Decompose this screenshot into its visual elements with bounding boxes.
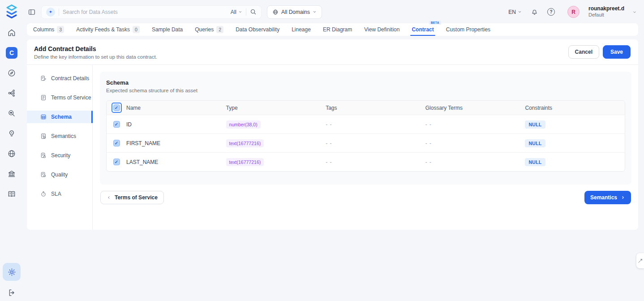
insights-icon[interactable]	[6, 128, 17, 139]
trend-icon	[638, 258, 643, 263]
nav-item-label: Security	[51, 152, 70, 159]
chevron-down-icon	[518, 10, 522, 14]
nav-item-quality[interactable]: Quality	[27, 168, 92, 181]
column-header-glossary-terms: Glossary Terms	[425, 105, 525, 111]
tab-activity-feeds-tasks[interactable]: Activity Feeds & Tasks 0	[76, 23, 140, 36]
cell-name: ID	[126, 121, 226, 128]
nav-item-sla[interactable]: SLA	[27, 188, 92, 200]
row-checkbox[interactable]: ✓	[113, 140, 120, 146]
nav-item-schema[interactable]: Schema	[27, 111, 92, 123]
document-edit-icon	[40, 75, 47, 82]
select-all-focus-ring: ✓	[112, 103, 122, 113]
tab-label: ER Diagram	[323, 26, 352, 33]
tab-sample-data[interactable]: Sample Data	[152, 23, 183, 36]
beta-badge: BETA	[429, 21, 441, 25]
table-row: ✓ ID number(38,0) - - - - NULL	[107, 115, 625, 133]
section-subtitle: Expected schema structure of this asset	[106, 88, 625, 93]
cancel-button[interactable]: Cancel	[568, 45, 599, 59]
tab-count-badge: 2	[216, 26, 223, 33]
user-name: rounakpreet.d	[588, 5, 624, 12]
tab-custom-properties[interactable]: Custom Properties	[446, 23, 490, 36]
nav-item-security[interactable]: Security	[27, 149, 92, 162]
cell-name: LAST_NAME	[126, 159, 226, 165]
nav-item-label: Quality	[51, 172, 68, 178]
table-grid-icon	[40, 114, 47, 120]
search-scope-dropdown[interactable]: All	[231, 9, 242, 15]
user-menu-chevron-icon[interactable]	[632, 10, 637, 14]
page-subtitle: Define the key information to set up thi…	[34, 54, 568, 60]
tab-label: Lineage	[292, 26, 311, 33]
network-icon[interactable]	[6, 87, 17, 99]
contracts-app-icon[interactable]: C	[6, 47, 17, 59]
asset-tab-bar: Columns 3 Activity Feeds & Tasks 0 Sampl…	[27, 23, 638, 36]
constraint-chip: NULL	[525, 158, 545, 166]
select-all-checkbox[interactable]: ✓	[113, 104, 120, 111]
row-checkbox[interactable]: ✓	[113, 159, 120, 165]
nav-item-label: Contract Details	[51, 75, 89, 82]
cell-tags: - -	[326, 121, 332, 128]
column-header-constraints: Constraints	[525, 105, 625, 111]
divider	[246, 9, 246, 16]
search-icon[interactable]	[250, 9, 257, 15]
user-menu[interactable]: rounakpreet.d Default	[588, 5, 624, 18]
section-title: Schema	[106, 79, 625, 86]
sidebar-toggle-icon[interactable]	[28, 8, 36, 16]
tab-label: Data Observability	[236, 26, 279, 33]
constraint-chip: NULL	[525, 139, 545, 147]
tab-lineage[interactable]: Lineage	[292, 23, 311, 36]
all-domains-label: All Domains	[281, 9, 310, 15]
prev-step-button[interactable]: Terms of Service	[100, 191, 164, 204]
top-bar: ✦ All All Domains EN ? R rounakpreet.d D…	[23, 0, 644, 24]
tab-queries[interactable]: Queries 2	[195, 23, 223, 36]
divider	[59, 9, 59, 16]
search-input[interactable]	[63, 9, 227, 15]
nav-item-label: Terms of Service	[51, 95, 91, 101]
table-row: ✓ FIRST_NAME text(16777216) - - - - NULL	[107, 133, 625, 152]
constraint-chip: NULL	[525, 120, 545, 129]
cell-tags: - -	[326, 159, 332, 165]
notifications-bell-icon[interactable]	[531, 8, 538, 16]
cell-glossary-terms: - -	[425, 121, 432, 128]
type-chip: number(38,0)	[226, 120, 261, 129]
help-icon[interactable]: ?	[547, 8, 555, 16]
nav-item-contract-details[interactable]: Contract Details	[27, 72, 92, 85]
discovery-icon[interactable]	[6, 108, 17, 119]
tab-view-definition[interactable]: View Definition	[364, 23, 399, 36]
cell-glossary-terms: - -	[425, 140, 432, 146]
row-checkbox[interactable]: ✓	[113, 121, 120, 128]
cell-name: FIRST_NAME	[126, 140, 226, 146]
globe-icon[interactable]	[6, 148, 17, 159]
nav-item-terms-of-service[interactable]: Terms of Service	[27, 91, 92, 104]
tab-columns[interactable]: Columns 3	[33, 23, 64, 36]
trend-panel-toggle[interactable]	[636, 253, 644, 268]
chevron-down-icon	[313, 10, 317, 14]
nav-item-semantics[interactable]: Semantics	[27, 130, 92, 142]
contract-editor-card: Add Contract Details Define the key info…	[27, 39, 638, 230]
save-button[interactable]: Save	[603, 45, 631, 59]
tab-label: Columns	[33, 26, 54, 33]
ai-sparkle-icon: ✦	[46, 8, 55, 17]
chevron-right-icon	[621, 195, 625, 200]
home-icon[interactable]	[6, 27, 17, 39]
compass-icon[interactable]	[6, 67, 17, 79]
settings-gear-icon[interactable]	[3, 263, 21, 281]
user-avatar[interactable]: R	[567, 6, 580, 18]
document-check-icon	[40, 172, 47, 178]
next-step-button[interactable]: Semantics	[584, 191, 631, 204]
governance-icon[interactable]	[6, 168, 17, 180]
language-dropdown[interactable]: EN	[508, 9, 522, 15]
cell-glossary-terms: - -	[425, 159, 432, 165]
form-footer: Terms of Service Semantics	[100, 185, 631, 211]
contract-section-nav: Contract Details Terms of Service Schema…	[27, 65, 93, 230]
atlan-logo	[4, 4, 19, 19]
all-domains-dropdown[interactable]: All Domains	[267, 5, 322, 19]
tab-contract[interactable]: Contract BETA	[412, 23, 434, 36]
glossary-icon[interactable]	[6, 188, 17, 200]
global-search[interactable]: ✦ All	[41, 5, 262, 19]
tab-count-badge: 3	[57, 26, 64, 33]
logout-icon[interactable]	[6, 287, 17, 298]
tab-data-observability[interactable]: Data Observability	[236, 23, 279, 36]
next-step-label: Semantics	[590, 194, 617, 201]
prev-step-label: Terms of Service	[115, 194, 158, 201]
tab-er-diagram[interactable]: ER Diagram	[323, 23, 352, 36]
